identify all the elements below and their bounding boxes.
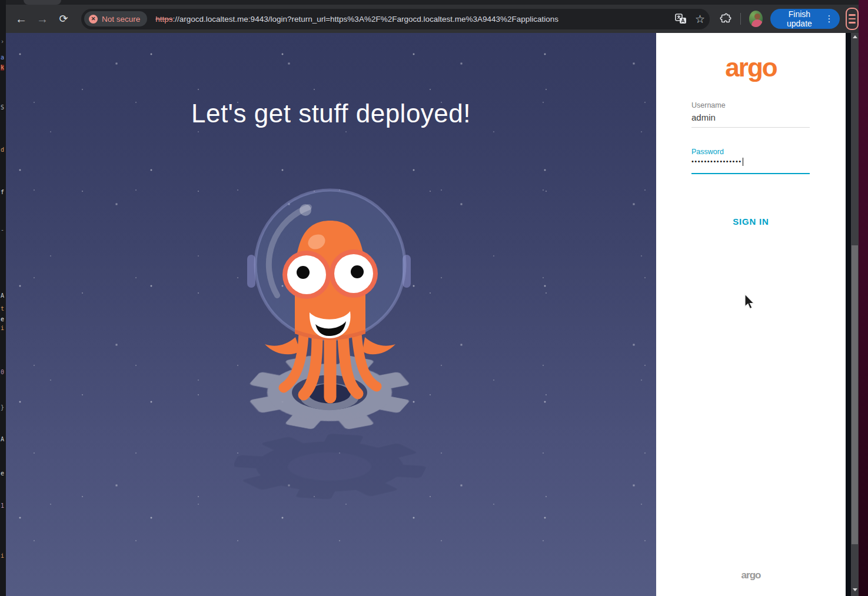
kebab-menu-icon[interactable]: ⋮ (825, 14, 834, 24)
mouse-cursor (743, 293, 757, 311)
code-fragment: i (1, 325, 4, 331)
username-underline (691, 127, 810, 128)
forward-icon[interactable]: → (32, 8, 53, 29)
code-fragment: › (1, 39, 4, 45)
page-background-gap (846, 33, 851, 596)
code-fragment: 0 (1, 369, 4, 375)
login-panel: argo Username Password •••••••••••••••• … (656, 33, 846, 596)
code-fragment: - (1, 227, 4, 233)
argo-logo: argo (656, 53, 846, 82)
text-caret (743, 158, 743, 166)
code-fragment: A (1, 293, 4, 299)
tab-strip (6, 0, 859, 5)
sign-in-button[interactable]: SIGN IN (656, 217, 846, 227)
octopus-mascot-illustration (234, 185, 432, 512)
url-rest: ://argocd.localtest.me:9443/login?return… (173, 15, 559, 24)
code-fragment: e (1, 471, 4, 477)
argo-footer-logo: argo (656, 570, 846, 581)
finish-update-label: Finish update (780, 9, 819, 28)
password-underline-active (691, 173, 810, 174)
code-fragment: A (1, 437, 4, 442)
username-input[interactable] (691, 112, 810, 122)
browser-window: ← → ⟳ ✕ Not secure https://argocd.localt… (6, 0, 859, 596)
scroll-up-arrow[interactable] (851, 33, 859, 41)
not-secure-icon: ✕ (89, 15, 98, 24)
active-tab-edge (24, 0, 61, 5)
code-fragment: e (1, 317, 4, 322)
code-fragment: a (1, 55, 4, 61)
extensions-icon[interactable] (719, 12, 732, 25)
code-fragment: f (1, 189, 4, 195)
code-fragment: t (1, 306, 4, 312)
password-input[interactable]: •••••••••••••••• (691, 158, 743, 166)
page-viewport: Let's get stuff deployed! (6, 33, 859, 596)
desktop-background (859, 0, 868, 596)
scroll-down-arrow[interactable] (851, 586, 859, 594)
code-fragment: k (1, 65, 4, 71)
translate-icon[interactable] (675, 14, 687, 24)
avatar-face (754, 14, 760, 19)
toolbar-divider (740, 13, 741, 25)
password-masked-value: •••••••••••••••• (691, 158, 742, 165)
left-edge-strip: ›akSdf-Atei0}Ae1i (0, 0, 6, 596)
url-text[interactable]: https://argocd.localtest.me:9443/login?r… (155, 15, 558, 24)
address-bar[interactable]: ✕ Not secure https://argocd.localtest.me… (81, 9, 710, 29)
url-scheme: https (155, 15, 172, 24)
avatar-shirt (751, 19, 763, 27)
browser-toolbar: ← → ⟳ ✕ Not secure https://argocd.localt… (6, 5, 859, 33)
page-scrollbar[interactable] (851, 33, 859, 596)
password-label: Password (691, 148, 724, 156)
security-chip[interactable]: ✕ Not secure (84, 11, 147, 26)
code-fragment: 1 (1, 503, 4, 509)
security-chip-label: Not secure (102, 15, 140, 24)
code-fragment: i (1, 553, 4, 559)
profile-avatar[interactable] (749, 11, 763, 27)
back-icon[interactable]: ← (11, 8, 32, 29)
code-fragment: } (1, 405, 4, 411)
code-fragment: S (1, 105, 4, 111)
scrollbar-thumb[interactable] (852, 245, 858, 544)
hero-headline: Let's get stuff deployed! (6, 99, 656, 128)
code-fragment: d (1, 147, 4, 153)
finish-update-button[interactable]: Finish update ⋮ (770, 9, 839, 29)
reload-icon[interactable]: ⟳ (53, 8, 74, 29)
bookmark-star-icon[interactable]: ☆ (695, 12, 705, 26)
hero-section: Let's get stuff deployed! (6, 33, 656, 596)
browser-menu-icon[interactable] (846, 8, 859, 30)
username-label: Username (691, 101, 726, 109)
